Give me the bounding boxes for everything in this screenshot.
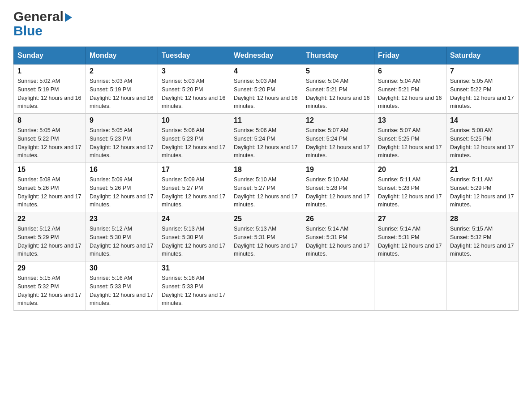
day-info: Sunrise: 5:03 AM Sunset: 5:20 PM Dayligh…: [162, 77, 226, 111]
day-info: Sunrise: 5:03 AM Sunset: 5:20 PM Dayligh…: [234, 77, 298, 111]
day-info: Sunrise: 5:07 AM Sunset: 5:25 PM Dayligh…: [378, 126, 442, 160]
calendar-cell: 1 Sunrise: 5:02 AM Sunset: 5:19 PM Dayli…: [14, 64, 86, 114]
day-info: Sunrise: 5:14 AM Sunset: 5:31 PM Dayligh…: [378, 225, 442, 258]
day-number: 8: [17, 116, 82, 124]
day-info: Sunrise: 5:10 AM Sunset: 5:28 PM Dayligh…: [306, 176, 370, 209]
day-info: Sunrise: 5:11 AM Sunset: 5:28 PM Dayligh…: [378, 176, 442, 209]
day-number: 15: [17, 166, 82, 174]
day-number: 18: [234, 166, 298, 174]
day-number: 30: [90, 264, 154, 272]
day-number: 25: [234, 215, 298, 223]
calendar-cell: 20 Sunrise: 5:11 AM Sunset: 5:28 PM Dayl…: [374, 163, 446, 212]
calendar-cell: [446, 261, 519, 311]
day-info: Sunrise: 5:04 AM Sunset: 5:21 PM Dayligh…: [306, 77, 370, 111]
day-info: Sunrise: 5:14 AM Sunset: 5:31 PM Dayligh…: [306, 225, 370, 258]
calendar-cell: 25 Sunrise: 5:13 AM Sunset: 5:31 PM Dayl…: [230, 212, 302, 261]
day-info: Sunrise: 5:08 AM Sunset: 5:26 PM Dayligh…: [17, 176, 82, 209]
calendar-cell: 12 Sunrise: 5:07 AM Sunset: 5:24 PM Dayl…: [302, 114, 374, 163]
day-number: 29: [17, 264, 82, 272]
day-info: Sunrise: 5:12 AM Sunset: 5:30 PM Dayligh…: [90, 225, 154, 258]
calendar-cell: 24 Sunrise: 5:13 AM Sunset: 5:30 PM Dayl…: [158, 212, 230, 261]
calendar-cell: [302, 261, 374, 311]
logo-arrow-icon: [65, 13, 72, 22]
logo: General Blue: [13, 9, 72, 38]
day-info: Sunrise: 5:13 AM Sunset: 5:30 PM Dayligh…: [162, 225, 226, 258]
day-info: Sunrise: 5:15 AM Sunset: 5:32 PM Dayligh…: [17, 274, 82, 308]
header-monday: Monday: [86, 47, 158, 64]
calendar-cell: 21 Sunrise: 5:11 AM Sunset: 5:29 PM Dayl…: [446, 163, 519, 212]
day-number: 5: [306, 67, 370, 75]
day-info: Sunrise: 5:10 AM Sunset: 5:27 PM Dayligh…: [234, 176, 298, 209]
day-number: 16: [90, 166, 154, 174]
calendar-cell: 2 Sunrise: 5:03 AM Sunset: 5:19 PM Dayli…: [86, 64, 158, 114]
day-info: Sunrise: 5:15 AM Sunset: 5:32 PM Dayligh…: [450, 225, 515, 258]
day-info: Sunrise: 5:06 AM Sunset: 5:23 PM Dayligh…: [162, 126, 226, 160]
calendar-cell: 7 Sunrise: 5:05 AM Sunset: 5:22 PM Dayli…: [446, 64, 519, 114]
day-number: 11: [234, 116, 298, 124]
day-number: 6: [378, 67, 442, 75]
day-number: 4: [234, 67, 298, 75]
header-friday: Friday: [374, 47, 446, 64]
day-info: Sunrise: 5:16 AM Sunset: 5:33 PM Dayligh…: [90, 274, 154, 308]
day-number: 3: [162, 67, 226, 75]
day-info: Sunrise: 5:11 AM Sunset: 5:29 PM Dayligh…: [450, 176, 515, 209]
calendar-cell: 23 Sunrise: 5:12 AM Sunset: 5:30 PM Dayl…: [86, 212, 158, 261]
day-number: 24: [162, 215, 226, 223]
calendar-cell: 28 Sunrise: 5:15 AM Sunset: 5:32 PM Dayl…: [446, 212, 519, 261]
day-info: Sunrise: 5:04 AM Sunset: 5:21 PM Dayligh…: [378, 77, 442, 111]
day-number: 31: [162, 264, 226, 272]
calendar-cell: 8 Sunrise: 5:05 AM Sunset: 5:22 PM Dayli…: [14, 114, 86, 163]
week-row-3: 15 Sunrise: 5:08 AM Sunset: 5:26 PM Dayl…: [14, 163, 519, 212]
day-number: 13: [378, 116, 442, 124]
calendar-cell: 3 Sunrise: 5:03 AM Sunset: 5:20 PM Dayli…: [158, 64, 230, 114]
header-thursday: Thursday: [302, 47, 374, 64]
day-info: Sunrise: 5:09 AM Sunset: 5:26 PM Dayligh…: [90, 176, 154, 209]
week-row-1: 1 Sunrise: 5:02 AM Sunset: 5:19 PM Dayli…: [14, 64, 519, 114]
page-header: General Blue: [13, 9, 519, 38]
day-number: 7: [450, 67, 515, 75]
calendar-cell: 31 Sunrise: 5:16 AM Sunset: 5:33 PM Dayl…: [158, 261, 230, 311]
calendar-header-row: SundayMondayTuesdayWednesdayThursdayFrid…: [14, 47, 519, 64]
day-number: 20: [378, 166, 442, 174]
calendar-cell: 11 Sunrise: 5:06 AM Sunset: 5:24 PM Dayl…: [230, 114, 302, 163]
calendar-cell: 30 Sunrise: 5:16 AM Sunset: 5:33 PM Dayl…: [86, 261, 158, 311]
calendar-cell: 16 Sunrise: 5:09 AM Sunset: 5:26 PM Dayl…: [86, 163, 158, 212]
day-number: 19: [306, 166, 370, 174]
day-info: Sunrise: 5:06 AM Sunset: 5:24 PM Dayligh…: [234, 126, 298, 160]
header-sunday: Sunday: [14, 47, 86, 64]
week-row-5: 29 Sunrise: 5:15 AM Sunset: 5:32 PM Dayl…: [14, 261, 519, 311]
calendar-cell: 14 Sunrise: 5:08 AM Sunset: 5:25 PM Dayl…: [446, 114, 519, 163]
day-info: Sunrise: 5:05 AM Sunset: 5:23 PM Dayligh…: [90, 126, 154, 160]
week-row-2: 8 Sunrise: 5:05 AM Sunset: 5:22 PM Dayli…: [14, 114, 519, 163]
calendar-cell: 10 Sunrise: 5:06 AM Sunset: 5:23 PM Dayl…: [158, 114, 230, 163]
day-number: 21: [450, 166, 515, 174]
calendar-cell: 29 Sunrise: 5:15 AM Sunset: 5:32 PM Dayl…: [14, 261, 86, 311]
day-info: Sunrise: 5:08 AM Sunset: 5:25 PM Dayligh…: [450, 126, 515, 160]
calendar-cell: 19 Sunrise: 5:10 AM Sunset: 5:28 PM Dayl…: [302, 163, 374, 212]
calendar-cell: 6 Sunrise: 5:04 AM Sunset: 5:21 PM Dayli…: [374, 64, 446, 114]
calendar-cell: 22 Sunrise: 5:12 AM Sunset: 5:29 PM Dayl…: [14, 212, 86, 261]
logo-text-blue: Blue: [13, 24, 43, 38]
calendar-cell: [230, 261, 302, 311]
calendar-cell: 5 Sunrise: 5:04 AM Sunset: 5:21 PM Dayli…: [302, 64, 374, 114]
calendar-cell: 17 Sunrise: 5:09 AM Sunset: 5:27 PM Dayl…: [158, 163, 230, 212]
calendar-table: SundayMondayTuesdayWednesdayThursdayFrid…: [13, 47, 519, 311]
calendar-cell: 4 Sunrise: 5:03 AM Sunset: 5:20 PM Dayli…: [230, 64, 302, 114]
calendar-cell: 26 Sunrise: 5:14 AM Sunset: 5:31 PM Dayl…: [302, 212, 374, 261]
day-number: 27: [378, 215, 442, 223]
day-number: 17: [162, 166, 226, 174]
day-info: Sunrise: 5:12 AM Sunset: 5:29 PM Dayligh…: [17, 225, 82, 258]
day-number: 23: [90, 215, 154, 223]
calendar-cell: 18 Sunrise: 5:10 AM Sunset: 5:27 PM Dayl…: [230, 163, 302, 212]
day-info: Sunrise: 5:05 AM Sunset: 5:22 PM Dayligh…: [17, 126, 82, 160]
day-number: 9: [90, 116, 154, 124]
day-info: Sunrise: 5:16 AM Sunset: 5:33 PM Dayligh…: [162, 274, 226, 308]
day-number: 22: [17, 215, 82, 223]
day-number: 1: [17, 67, 82, 75]
day-number: 10: [162, 116, 226, 124]
day-number: 28: [450, 215, 515, 223]
day-info: Sunrise: 5:05 AM Sunset: 5:22 PM Dayligh…: [450, 77, 515, 111]
header-saturday: Saturday: [446, 47, 519, 64]
header-wednesday: Wednesday: [230, 47, 302, 64]
day-info: Sunrise: 5:02 AM Sunset: 5:19 PM Dayligh…: [17, 77, 82, 111]
